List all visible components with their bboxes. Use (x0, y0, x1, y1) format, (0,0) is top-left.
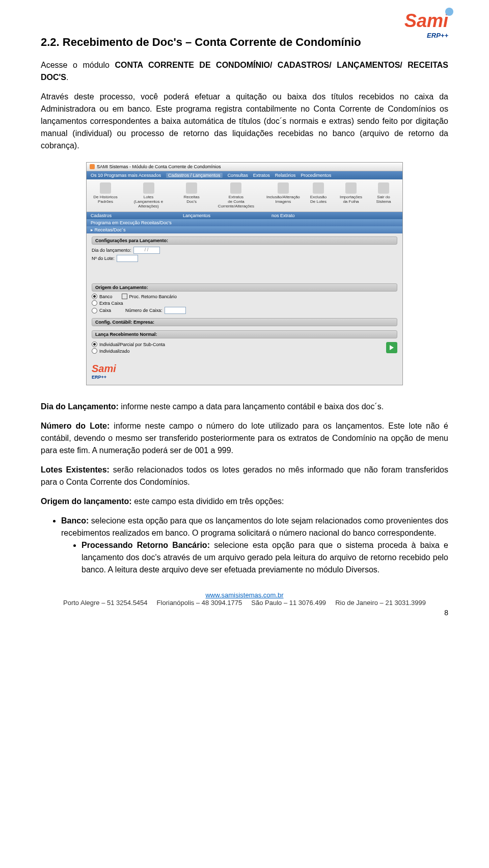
option-banco-label: Banco: (61, 516, 89, 525)
tab-programs[interactable]: Os 10 Programas mais Acessados (91, 173, 161, 178)
receitas-icon (186, 182, 197, 194)
window-titlebar: SAMI Sistemas - Módulo de Conta Corrente… (87, 163, 402, 171)
config-contabil-bar: Config. Contábil: Empresa: (92, 318, 397, 326)
inclusao-icon (278, 182, 289, 194)
logo-subtitle: ERP++ (404, 32, 448, 39)
tool-receitas[interactable]: ReceitasDoc's (176, 181, 207, 209)
logo-text: Sami (404, 10, 448, 31)
paragraph-description: Através deste processo, você poderá efet… (41, 91, 448, 152)
check-proc-retorno[interactable] (122, 294, 127, 299)
radio-banco[interactable] (92, 294, 97, 299)
tab-relatorios[interactable]: Relatórios (275, 173, 296, 178)
ribbon-toolbar: De HistóricosPadrões Lotes(Lançamentos e… (87, 179, 402, 212)
footer-url[interactable]: www.samisistemas.com.br (205, 591, 283, 599)
tab-consultas[interactable]: Consultas (228, 173, 248, 178)
group-receb-title: Lança Recebimento Normal: (92, 330, 397, 338)
page-footer: www.samisistemas.com.br Porto Alegre – 5… (41, 591, 448, 607)
paragraph-intro: Acesse o módulo CONTA CORRENTE DE CONDOM… (41, 59, 448, 84)
input-lote[interactable] (117, 255, 138, 262)
exit-icon (378, 182, 389, 194)
field-lote: Nº do Lote: (92, 255, 397, 262)
group-origem-title: Origem do Lançamento: (92, 283, 397, 292)
brand-logo: Sami ERP++ (404, 10, 448, 39)
label-banco: Banco (99, 294, 113, 299)
label-extra: Extra Caixa (99, 301, 123, 306)
label-lotes-exist: Lotes Existentes: (41, 465, 110, 474)
label-individualizado: Individualizado (99, 349, 130, 354)
exclusao-icon (313, 182, 324, 194)
origin-options-list: Banco: selecione esta opção para que os … (41, 515, 448, 576)
label-proc: Proc. Retorno Bancário (129, 294, 177, 299)
page-number: 8 (41, 609, 448, 617)
app-icon (90, 164, 95, 169)
app-screenshot: SAMI Sistemas - Módulo de Conta Corrente… (86, 162, 403, 385)
tool-lotes[interactable]: Lotes(Lançamentos e Alterações) (122, 181, 175, 209)
tool-extratos[interactable]: Extratosde Conta Corrente/Alterações (208, 181, 264, 209)
field-desc-origem: Origem do lançamento: este campo esta di… (41, 495, 448, 508)
intro-prefix: Acesse o módulo (41, 61, 115, 69)
label-num-caixa: Número de Caixa: (125, 308, 162, 313)
label-lote: Nº do Lote: (92, 256, 115, 261)
tool-exclusao[interactable]: ExclusãoDe Lotes (303, 181, 334, 209)
tool-inclusao[interactable]: Inclusão/AlteraçãoImagens (265, 181, 302, 209)
radio-extra-caixa[interactable] (92, 300, 97, 306)
history-icon (100, 182, 111, 194)
extratos-icon (230, 182, 241, 194)
footer-contacts: Porto Alegre – 51 3254.5454 Florianópoli… (41, 599, 448, 607)
ribbon-group-labels: Cadastros Lançamentos nos Extrato (87, 212, 402, 219)
label-dia: Dia do lançamento: (92, 248, 131, 253)
import-icon (345, 182, 357, 194)
label-caixa: Caixa (99, 308, 111, 313)
main-tabbar: Os 10 Programas mais Acessados Cadastros… (87, 171, 402, 179)
section-heading: 2.2. Recebimento de Doc's – Conta Corren… (41, 36, 448, 49)
radio-ind-parcial[interactable] (92, 341, 97, 347)
tool-importacoes[interactable]: Importaçõesda Folha (335, 181, 367, 209)
field-desc-lotes-existentes: Lotes Existentes: serão relacionados tod… (41, 464, 448, 488)
tool-sair[interactable]: Sair doSistema (368, 181, 399, 209)
tab-procedimentos[interactable]: Procedimentos (301, 173, 331, 178)
option-proc-retorno: Processando Retorno Bancário: selecione … (82, 539, 448, 576)
tab-cadastros[interactable]: Cadastros / Lançamentos (166, 173, 223, 178)
group-config-title: Configurações para Lançamento: (92, 236, 397, 245)
field-dia-lancamento: Dia do lançamento: / / (92, 247, 397, 254)
globe-icon (445, 8, 453, 16)
field-desc-lote: Número do Lote: informe neste campo o nú… (41, 420, 448, 457)
option-proc-label: Processando Retorno Bancário: (82, 541, 210, 549)
option-banco: Banco: selecione esta opção para que os … (61, 515, 448, 576)
tool-historicos[interactable]: De HistóricosPadrões (90, 181, 121, 209)
input-num-caixa[interactable] (165, 307, 186, 314)
form-panel: Configurações para Lançamento: Dia do la… (87, 233, 402, 358)
running-program-bar: Programa em Execução Receitas/Doc's (87, 219, 402, 226)
run-button[interactable] (386, 342, 397, 353)
radio-individualizado[interactable] (92, 348, 97, 354)
window-title: SAMI Sistemas - Módulo de Conta Corrente… (97, 164, 221, 169)
label-origem: Origem do lançamento: (41, 497, 132, 506)
radio-caixa[interactable] (92, 308, 97, 313)
label-num-lote: Número do Lote: (41, 422, 110, 430)
field-desc-dia: Dia do Lançamento: informe neste campo a… (41, 401, 448, 413)
label-dia-lanc: Dia do Lançamento: (41, 402, 119, 411)
screenshot-footer-logo: Sami ERP++ (87, 358, 402, 385)
intro-suffix: . (66, 73, 68, 82)
breadcrumb-bar: ▸ Receitas/Doc´s (87, 226, 402, 233)
lotes-icon (143, 182, 154, 194)
label-ind-parcial: Individual/Parcial por Sub-Conta (99, 342, 165, 347)
tab-extratos[interactable]: Extratos (253, 173, 270, 178)
input-dia[interactable]: / / (133, 247, 160, 254)
